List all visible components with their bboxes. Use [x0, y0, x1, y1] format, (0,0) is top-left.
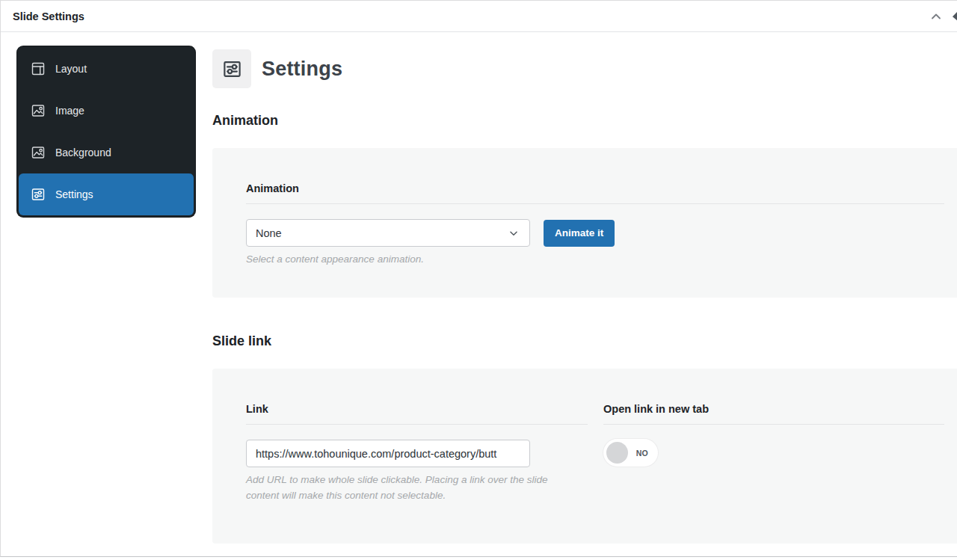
- clipped-edge-icon: [953, 11, 957, 21]
- divider: [246, 203, 944, 204]
- collapse-chevron-up-icon[interactable]: [929, 9, 944, 24]
- new-tab-field-label: Open link in new tab: [603, 402, 944, 416]
- link-url-input[interactable]: [246, 440, 530, 467]
- sidebar-item-label: Image: [55, 105, 84, 117]
- panel-title: Slide Settings: [13, 10, 84, 22]
- sidebar-item-background[interactable]: Background: [19, 132, 194, 173]
- layout-icon: [31, 61, 46, 76]
- link-helper-text: Add URL to make whole slide clickable. P…: [246, 472, 571, 503]
- image-icon: [31, 103, 46, 118]
- animate-it-button[interactable]: Animate it: [544, 220, 615, 247]
- new-tab-column: Open link in new tab NO: [603, 402, 944, 544]
- animation-select[interactable]: None: [246, 219, 530, 247]
- slide-link-panel: Link Add URL to make whole slide clickab…: [212, 369, 957, 544]
- sliders-icon: [31, 187, 46, 202]
- sidebar-item-settings[interactable]: Settings: [19, 173, 194, 215]
- link-field-label: Link: [246, 402, 588, 416]
- slide-link-section-heading: Slide link: [212, 333, 957, 349]
- sidebar-nav: Layout Image Background: [17, 46, 195, 217]
- chevron-down-icon: [507, 227, 520, 240]
- sidebar-item-layout[interactable]: Layout: [19, 48, 194, 90]
- divider: [246, 424, 588, 425]
- toggle-knob: [606, 442, 628, 464]
- image-icon: [31, 145, 46, 160]
- content-area: Layout Image Background: [1, 32, 957, 557]
- page-title-row: Settings: [212, 49, 957, 88]
- sidebar-item-label: Settings: [55, 188, 93, 200]
- toggle-state-label: NO: [636, 449, 648, 458]
- page-title: Settings: [262, 58, 342, 81]
- link-column: Link Add URL to make whole slide clickab…: [246, 402, 588, 544]
- animation-section-heading: Animation: [212, 113, 957, 129]
- animation-field-label: Animation: [246, 182, 944, 195]
- slide-settings-panel: Slide Settings Layout: [0, 0, 957, 557]
- open-new-tab-toggle[interactable]: NO: [603, 439, 658, 467]
- animation-helper-text: Select a content appearance animation.: [246, 251, 944, 267]
- sidebar-item-label: Background: [55, 147, 111, 159]
- sidebar-item-label: Layout: [55, 63, 87, 75]
- sliders-icon: [222, 59, 242, 79]
- animation-select-value: None: [256, 227, 282, 239]
- settings-icon-box: [212, 49, 251, 88]
- divider: [603, 424, 944, 425]
- titlebar: Slide Settings: [1, 1, 957, 32]
- main-column: Settings Animation Animation None Animat…: [212, 32, 957, 544]
- sidebar-item-image[interactable]: Image: [19, 90, 194, 132]
- animation-panel: Animation None Animate it Select a conte…: [212, 148, 957, 298]
